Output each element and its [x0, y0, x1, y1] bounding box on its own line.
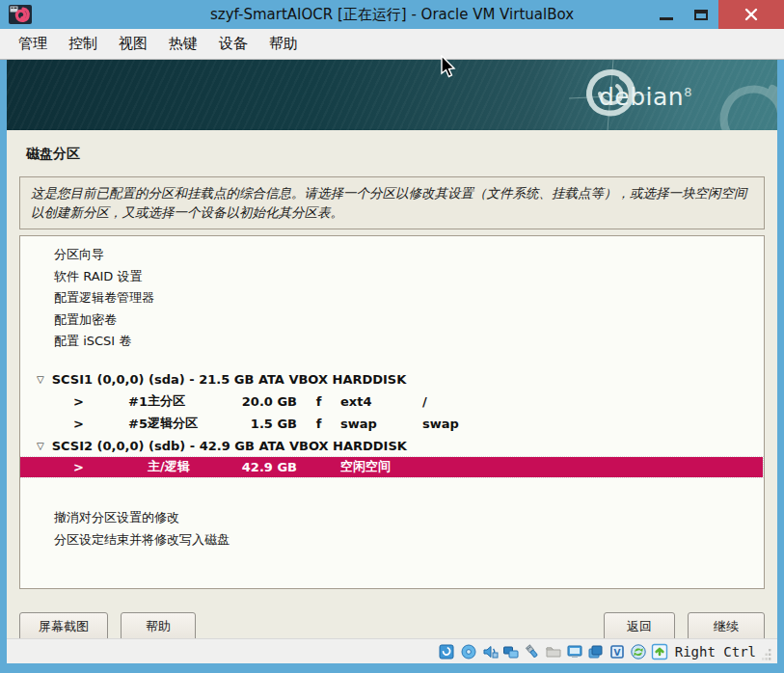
continue-button[interactable]: 继续 [688, 612, 765, 638]
footer-buttons: 屏幕截图 帮助 返回 继续 [19, 612, 765, 638]
network-icon[interactable] [501, 642, 521, 661]
resize-grip[interactable] [762, 646, 771, 658]
mouse-integration-icon[interactable] [629, 642, 648, 661]
action-undo-changes[interactable]: 撤消对分区设置的修改 [20, 506, 764, 528]
format-flag: f [297, 417, 340, 431]
minimize-button[interactable] [649, 0, 684, 29]
partition-row-sda5[interactable]: > #5 逻辑分区 1.5 GB f swap swap [20, 413, 764, 435]
partition-size: 1.5 GB [239, 417, 297, 431]
page-title: 磁盘分区 [19, 130, 765, 176]
action-finish-partitioning[interactable]: 分区设定结束并将修改写入磁盘 [20, 528, 764, 551]
shared-folders-icon[interactable] [544, 642, 563, 661]
optical-disc-icon[interactable] [459, 642, 478, 661]
filesystem: swap [340, 417, 422, 431]
partition-type: 逻辑分区 [148, 415, 239, 432]
row-arrow: > [73, 460, 114, 474]
option-guided-partitioning[interactable]: 分区向导 [20, 244, 764, 266]
disk-header-sda[interactable]: ▽ SCSI1 (0,0,0) (sda) - 21.5 GB ATA VBOX… [20, 368, 764, 390]
features-chip-icon[interactable]: V [608, 642, 627, 661]
vm-screen: debian8 磁盘分区 这是您目前已配置的分区和挂载点的综合信息。请选择一个分… [7, 60, 777, 638]
spacer [20, 477, 764, 506]
hard-disk-icon[interactable] [438, 642, 457, 661]
partition-list: 分区向导 软件 RAID 设置 配置逻辑卷管理器 配置加密卷 配置 iSCSI … [19, 235, 765, 589]
mount-point: swap [422, 417, 764, 431]
usb-icon[interactable] [523, 642, 542, 661]
debian-swirl-faint [700, 67, 777, 130]
menu-control[interactable]: 控制 [60, 31, 106, 57]
spacer [20, 353, 764, 368]
menu-bar: 管理 控制 视图 热键 设备 帮助 [0, 29, 784, 60]
menu-machine[interactable]: 管理 [10, 31, 56, 57]
keyboard-capture-icon[interactable] [650, 642, 669, 661]
disk-header-sdb[interactable]: ▽ SCSI2 (0,0,0) (sdb) - 42.9 GB ATA VBOX… [20, 435, 764, 457]
maximize-icon [694, 10, 708, 20]
audio-icon[interactable] [480, 642, 500, 661]
status-bar: V Right Ctrl [7, 638, 777, 663]
host-key-label: Right Ctrl [675, 644, 756, 660]
row-arrow: > [73, 394, 114, 409]
mount-point: / [422, 394, 764, 409]
collapse-triangle-icon[interactable]: ▽ [37, 438, 44, 454]
maximize-button[interactable] [684, 0, 718, 29]
disk-label: SCSI2 (0,0,0) (sdb) - 42.9 GB ATA VBOX H… [52, 438, 407, 454]
menu-input[interactable]: 热键 [160, 31, 206, 57]
svg-text:V: V [613, 647, 620, 657]
vm-frame: debian8 磁盘分区 这是您目前已配置的分区和挂载点的综合信息。请选择一个分… [0, 60, 784, 663]
close-button[interactable] [718, 0, 784, 29]
disk-label: SCSI1 (0,0,0) (sda) - 21.5 GB ATA VBOX H… [52, 371, 407, 388]
partition-type: 主/逻辑 [148, 458, 239, 475]
screenshot-button[interactable]: 屏幕截图 [19, 612, 108, 638]
menu-help[interactable]: 帮助 [260, 31, 307, 57]
option-iscsi[interactable]: 配置 iSCSI 卷 [20, 331, 764, 353]
virtualbox-window: szyf-SmartAIOCR [正在运行] - Oracle VM Virtu… [0, 0, 784, 673]
free-space-label: 空闲空间 [340, 458, 422, 475]
partition-row-sdb-free-selected[interactable]: > 主/逻辑 42.9 GB 空闲空间 [20, 457, 763, 477]
option-software-raid[interactable]: 软件 RAID 设置 [20, 266, 764, 288]
menu-devices[interactable]: 设备 [210, 31, 257, 57]
partition-number: #1 [114, 394, 148, 409]
description-box: 这是您目前已配置的分区和挂载点的综合信息。请选择一个分区以修改其设置（文件系统、… [19, 176, 765, 229]
partition-type: 主分区 [148, 392, 239, 410]
help-button[interactable]: 帮助 [121, 612, 196, 638]
video-capture-icon[interactable] [586, 642, 606, 661]
display-icon[interactable] [565, 642, 584, 661]
option-lvm[interactable]: 配置逻辑卷管理器 [20, 287, 764, 310]
installer-body: 磁盘分区 这是您目前已配置的分区和挂载点的综合信息。请选择一个分区以修改其设置（… [7, 130, 777, 638]
partition-size: 42.9 GB [239, 460, 297, 474]
go-back-button[interactable]: 返回 [604, 612, 675, 638]
collapse-triangle-icon[interactable]: ▽ [37, 371, 44, 388]
debian-banner: debian8 [7, 60, 777, 130]
description-text: 这是您目前已配置的分区和挂载点的综合信息。请选择一个分区以修改其设置（文件系统、… [31, 185, 747, 220]
debian-wordmark: debian8 [599, 83, 692, 111]
partition-number: #5 [114, 417, 148, 431]
menu-view[interactable]: 视图 [110, 31, 156, 57]
filesystem: ext4 [340, 394, 422, 409]
option-encrypted-volumes[interactable]: 配置加密卷 [20, 310, 764, 332]
minimize-icon [660, 17, 673, 20]
debian-version: 8 [684, 85, 692, 99]
title-bar: szyf-SmartAIOCR [正在运行] - Oracle VM Virtu… [0, 0, 784, 29]
row-arrow: > [73, 417, 114, 431]
partition-row-sda1[interactable]: > #1 主分区 20.0 GB f ext4 / [20, 390, 764, 413]
format-flag: f [297, 394, 340, 409]
close-icon [744, 8, 758, 21]
partition-size: 20.0 GB [239, 394, 297, 409]
